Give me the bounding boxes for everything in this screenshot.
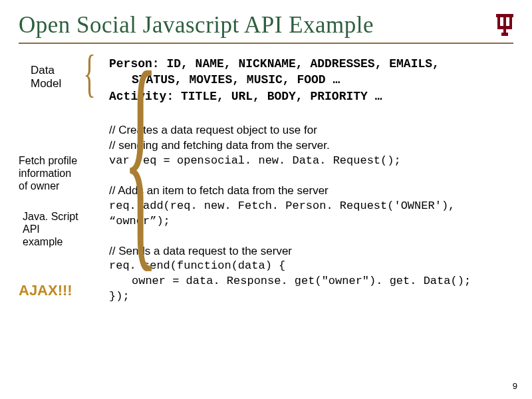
- svg-rect-6: [501, 14, 508, 17]
- page-number: 9: [513, 381, 517, 391]
- data-model-line: Activity: TITLE, URL, BODY, PRIORITY …: [109, 88, 513, 104]
- code-line-inner: owner = data. Response. get("owner"). ge…: [109, 274, 471, 289]
- title-row: Open Social Javascript API Example: [19, 12, 513, 44]
- code-comment: // sending and fetching data from the se…: [109, 138, 513, 154]
- fetch-profile-label: Fetch profile information of owner: [19, 154, 77, 193]
- javascript-api-label: Java. Script API example: [23, 210, 78, 249]
- code-comment: // Sends a data request to the server: [109, 244, 513, 259]
- code-line: req. add(req. new. Fetch. Person. Reques…: [109, 199, 513, 229]
- brace-icon: {: [83, 44, 96, 104]
- data-model-block: Person: ID, NAME, NICKNAME, ADDRESSES, E…: [104, 56, 513, 104]
- labels-column: { { Data Model Fetch profile information…: [19, 56, 98, 368]
- data-model-line: STATUS, MOVIES, MUSIC, FOOD …: [109, 72, 513, 88]
- iu-logo-icon: [496, 14, 513, 37]
- code-line: });: [109, 289, 513, 305]
- code-column: Person: ID, NAME, NICKNAME, ADDRESSES, E…: [104, 56, 513, 368]
- code-block-add-item: // Adds an item to fetch data from the s…: [104, 184, 513, 229]
- code-comment: // Adds an item to fetch data from the s…: [109, 184, 513, 199]
- svg-rect-7: [501, 33, 508, 36]
- ajax-label: AJAX!!!: [19, 282, 72, 299]
- content-area: { { Data Model Fetch profile information…: [19, 56, 513, 368]
- svg-rect-5: [503, 17, 506, 34]
- code-line: owner = data. Response. get("owner"). ge…: [109, 274, 513, 289]
- data-model-label: Data Model: [31, 64, 61, 91]
- data-model-line: Person: ID, NAME, NICKNAME, ADDRESSES, E…: [109, 56, 513, 72]
- code-line: var req = opensocial. new. Data. Request…: [109, 154, 513, 169]
- code-block-create-request: // Creates a data request object to use …: [104, 123, 513, 169]
- code-line: req. send(function(data) {: [109, 259, 513, 274]
- slide-title: Open Social Javascript API Example: [19, 12, 489, 39]
- slide: Open Social Javascript API Example { { D…: [0, 0, 532, 399]
- brace-icon: {: [123, 36, 158, 279]
- code-comment: // Creates a data request object to use …: [109, 123, 513, 138]
- code-block-send: // Sends a data request to the server re…: [104, 244, 513, 305]
